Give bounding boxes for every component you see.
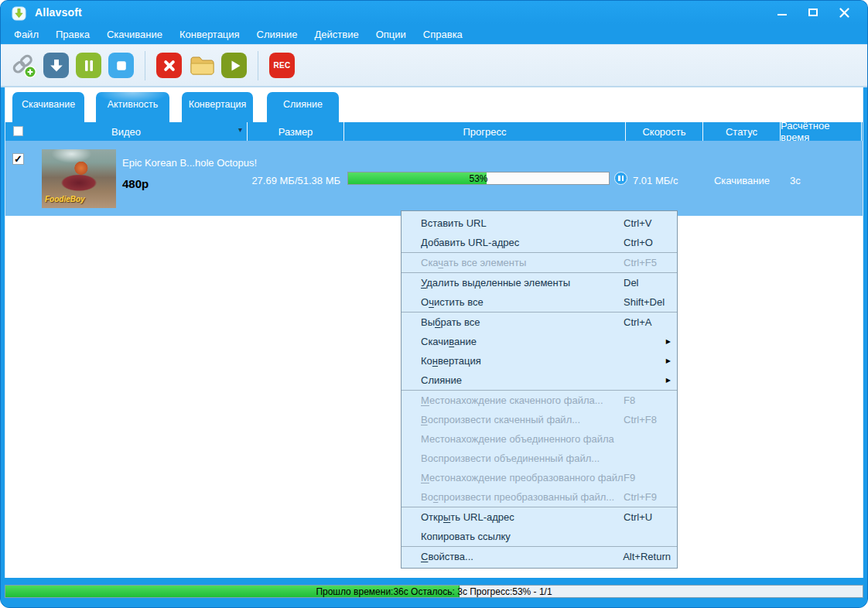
select-all-checkbox[interactable] (13, 126, 23, 136)
status-progress-bar: Прошло времени:36с Осталось: 3с Прогресс… (5, 585, 863, 598)
context-menu-item-10: Местонахождение скаченного файла...F8 (402, 391, 677, 410)
toolbar: REC (1, 44, 867, 87)
sort-arrow-icon[interactable]: ▾ (238, 125, 242, 134)
column-header-2[interactable]: Размер (248, 122, 344, 141)
download-eta: 3с (790, 175, 801, 186)
context-menu-item-1[interactable]: Вставить URLCtrl+V (402, 213, 677, 233)
column-label: Расчётное время (781, 120, 861, 143)
minimize-icon (777, 14, 787, 15)
context-menu-item-4[interactable]: Удалить выделенные элементыDel (402, 273, 677, 292)
column-header-4[interactable]: Скорость (626, 122, 703, 141)
menu-item-shortcut: Ctrl+F9 (624, 491, 671, 503)
link-plus-icon (11, 53, 37, 79)
submenu-arrow-icon: ▶ (666, 357, 671, 364)
menubar-item-2[interactable]: Правка (47, 24, 98, 44)
context-menu-item-9[interactable]: Слияние▶ (402, 371, 677, 390)
column-label: Видео (111, 126, 141, 138)
submenu-arrow-icon: ▶ (666, 377, 671, 384)
row-checkbox[interactable]: ✓ (12, 153, 24, 165)
download-size: 27.69 МБ/51.38 МБ (248, 175, 340, 186)
toolbar-separator (145, 51, 145, 80)
menubar-item-8[interactable]: Справка (415, 24, 471, 44)
context-menu-item-7[interactable]: Скачивание▶ (402, 332, 677, 351)
row-progress-bar: 53% (347, 172, 610, 185)
column-header-3[interactable]: Прогресс (344, 122, 626, 141)
row-progress-label: 53% (348, 172, 609, 184)
app-window: Allavsoft ФайлПравкаСкачиваниеКонвертаци… (0, 0, 868, 608)
video-thumbnail: FoodieBoy (42, 149, 116, 208)
maximize-button[interactable] (807, 6, 819, 19)
stop-button[interactable] (108, 53, 134, 78)
context-menu: Вставить URLCtrl+VДобавить URL-адресCtrl… (401, 210, 678, 569)
context-menu-item-3: Скачать все элементыCtrl+F5 (402, 253, 677, 272)
menu-item-label: Копировать ссылку (421, 531, 624, 542)
menu-item-shortcut: Ctrl+U (624, 511, 671, 523)
minimize-button[interactable] (776, 6, 788, 19)
statusbar: Прошло времени:36с Осталось: 3с Прогресс… (1, 578, 867, 607)
menubar-item-4[interactable]: Конвертация (171, 24, 248, 44)
column-header-6[interactable]: Расчётное время (781, 122, 862, 141)
download-row[interactable]: ✓ FoodieBoy Epic Korean B...hole Octopus… (5, 141, 863, 216)
tab-bar: СкачиваниеАктивностьКонвертацияСлияние (5, 92, 863, 122)
column-label: Статус (726, 126, 757, 138)
main-content: СкачиваниеАктивностьКонвертацияСлияние В… (5, 87, 863, 578)
menubar-item-6[interactable]: Действие (306, 24, 367, 44)
column-header-1[interactable]: Видео▾ (5, 122, 248, 141)
window-controls (776, 6, 856, 19)
column-header-5[interactable]: Статус (703, 122, 781, 141)
record-button[interactable]: REC (269, 53, 295, 78)
menu-item-shortcut: F8 (624, 395, 671, 406)
context-menu-item-2[interactable]: Добавить URL-адресCtrl+O (402, 233, 677, 252)
app-title: Allavsoft (35, 6, 82, 19)
tab-2[interactable]: Активность (96, 92, 169, 122)
menu-item-shortcut: Ctrl+F5 (624, 257, 671, 268)
menu-item-shortcut: Del (624, 277, 671, 289)
tab-1[interactable]: Скачивание (12, 92, 84, 122)
menu-item-label: Местонахождение объединенного файла (421, 433, 624, 445)
menubar-item-1[interactable]: Файл (5, 24, 47, 44)
menu-item-label: Вставить URL (421, 217, 624, 229)
play-button[interactable] (221, 53, 247, 78)
close-button[interactable] (838, 6, 850, 19)
pause-icon (81, 58, 97, 73)
delete-button[interactable] (156, 53, 182, 78)
menubar-item-3[interactable]: Скачивание (98, 24, 171, 44)
download-button[interactable] (43, 53, 69, 78)
menubar: ФайлПравкаСкачиваниеКонвертацияСлияниеДе… (1, 24, 867, 44)
rec-label: REC (273, 61, 290, 70)
folder-icon (189, 54, 215, 77)
menubar-item-5[interactable]: Слияние (248, 24, 306, 44)
context-menu-item-12: Местонахождение объединенного файла (402, 429, 677, 449)
menu-item-shortcut: Alt+Return (623, 551, 671, 562)
table-header: Видео▾РазмерПрогрессСкоростьСтатусРасчёт… (5, 122, 863, 141)
pause-indicator-icon[interactable] (614, 172, 627, 185)
add-url-button[interactable] (11, 53, 36, 78)
menu-item-shortcut: Ctrl+O (624, 237, 671, 248)
context-menu-item-17[interactable]: Копировать ссылку (402, 527, 677, 546)
menu-item-label: Добавить URL-адрес (421, 237, 624, 248)
column-label: Прогресс (463, 126, 506, 138)
context-menu-item-13: Воспроизвести объединенный файл... (402, 449, 677, 468)
maximize-icon (808, 9, 818, 16)
toolbar-separator (258, 51, 258, 80)
status-progress-text: Прошло времени:36с Осталось: 3с Прогресс… (5, 586, 863, 597)
submenu-arrow-icon: ▶ (666, 338, 671, 345)
tab-4[interactable]: Слияние (267, 92, 339, 122)
context-menu-item-6[interactable]: Выбрать всеCtrl+A (402, 313, 677, 332)
tab-3[interactable]: Конвертация (182, 92, 253, 122)
pause-button[interactable] (76, 53, 101, 78)
download-speed: 7.01 МБ/с (633, 175, 678, 186)
menu-item-label: Открыть URL-адрес (421, 511, 624, 523)
context-menu-item-14: Местонахождение преобразованного файлаF9 (402, 468, 677, 487)
context-menu-item-8[interactable]: Конвертация▶ (402, 351, 677, 371)
titlebar: Allavsoft (1, 1, 867, 24)
open-folder-button[interactable] (189, 53, 214, 78)
context-menu-item-5[interactable]: Очистить всеShift+Del (402, 292, 677, 312)
menubar-item-7[interactable]: Опции (367, 24, 415, 44)
close-icon (839, 8, 849, 18)
menu-item-label: Местонахождение преобразованного файла (421, 472, 624, 483)
allavsoft-logo-icon (12, 6, 26, 21)
context-menu-item-16[interactable]: Открыть URL-адресCtrl+U (402, 507, 677, 527)
menu-item-label: Воспроизвести скаченный файл... (421, 414, 624, 425)
context-menu-item-18[interactable]: Свойства...Alt+Return (402, 547, 677, 566)
